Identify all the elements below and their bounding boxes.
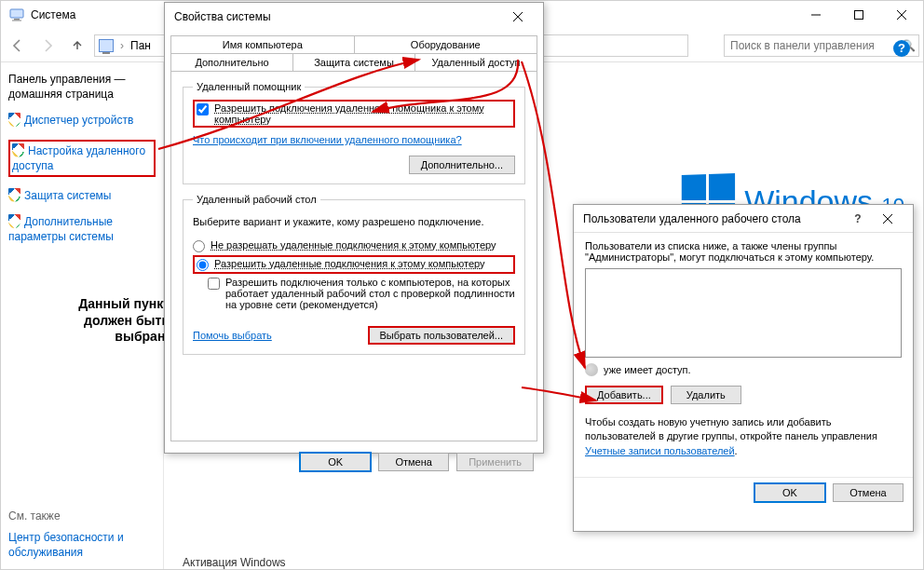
nav-back[interactable] bbox=[5, 33, 31, 59]
rdp-nla-check[interactable] bbox=[208, 278, 220, 290]
sidebar-item-advanced[interactable]: Дополнительные параметры системы bbox=[8, 214, 156, 244]
rdu-btns: Добавить... Удалить bbox=[585, 386, 902, 404]
search-input[interactable] bbox=[725, 39, 898, 52]
svg-rect-0 bbox=[10, 9, 23, 18]
rdp-legend: Удаленный рабочий стол bbox=[193, 194, 320, 205]
sysprop-apply[interactable]: Применить bbox=[456, 453, 534, 471]
breadcrumb-sep: › bbox=[120, 39, 124, 52]
sysprop-titlebar: Свойства системы bbox=[165, 3, 543, 31]
rdu-hint-row: Чтобы создать новую учетную запись или д… bbox=[585, 415, 902, 458]
maximize-button[interactable] bbox=[837, 1, 880, 29]
rdu-accounts-link[interactable]: Учетные записи пользователей bbox=[585, 445, 735, 456]
tab-remote[interactable]: Удаленный доступ bbox=[414, 53, 537, 71]
rdu-dlg-buttons: OK Отмена bbox=[574, 477, 913, 509]
search-box[interactable]: 🔍 bbox=[724, 34, 919, 57]
help-choose-link[interactable]: Помочь выбрать bbox=[193, 330, 272, 341]
sysprop-cancel[interactable]: Отмена bbox=[378, 453, 449, 471]
rdu-cancel[interactable]: Отмена bbox=[833, 483, 904, 502]
assist-allow-row[interactable]: Разрешить подключения удаленного помощни… bbox=[193, 100, 515, 128]
sidebar-item-sysprotect[interactable]: Защита системы bbox=[8, 188, 156, 203]
rdu-has-access: уже имеет доступ. bbox=[604, 364, 691, 375]
system-properties-dialog: Свойства системы Имя компьютера Оборудов… bbox=[164, 2, 544, 454]
close-button[interactable] bbox=[880, 1, 923, 29]
rdp-deny-label: Не разрешать удаленные подключения к это… bbox=[211, 239, 496, 251]
refresh-button[interactable] bbox=[692, 33, 718, 59]
rdp-prompt: Выберите вариант и укажите, кому разреше… bbox=[193, 216, 515, 227]
rdu-titlebar: Пользователи удаленного рабочего стола ? bbox=[574, 205, 913, 233]
annotation-note: Данный пункт должен быть выбран! bbox=[48, 296, 170, 346]
rdu-close[interactable] bbox=[872, 209, 904, 229]
rdp-deny-row[interactable]: Не разрешать удаленные подключения к это… bbox=[193, 237, 515, 255]
svg-rect-4 bbox=[855, 11, 863, 20]
svg-rect-1 bbox=[14, 19, 20, 20]
pc-icon bbox=[99, 39, 114, 52]
assist-what-link[interactable]: Что происходит при включении удаленного … bbox=[193, 134, 462, 145]
see-also-security[interactable]: Центр безопасности и обслуживания bbox=[8, 530, 156, 560]
rdu-has-access-row: уже имеет доступ. bbox=[585, 363, 902, 376]
activation-section: Активация Windows Активация Windows выпо… bbox=[183, 556, 904, 570]
user-icon bbox=[585, 363, 598, 376]
sysprop-close[interactable] bbox=[502, 7, 534, 27]
tab-advanced[interactable]: Дополнительно bbox=[170, 53, 293, 71]
sidebar-item-devmgr[interactable]: Диспетчер устройств bbox=[8, 113, 156, 128]
rdp-allow-radio[interactable] bbox=[197, 259, 209, 271]
assist-legend: Удаленный помощник bbox=[193, 81, 305, 92]
rdp-deny-radio[interactable] bbox=[193, 240, 205, 252]
rdu-remove-btn[interactable]: Удалить bbox=[671, 386, 741, 404]
rdp-allow-row[interactable]: Разрешить удаленные подключения к этому … bbox=[193, 255, 515, 274]
tabs-row-1: Имя компьютера Оборудование bbox=[165, 31, 543, 53]
rdu-body: Пользователи из списка ниже, а также чле… bbox=[574, 233, 913, 466]
nav-up[interactable] bbox=[64, 33, 90, 59]
rdp-allow-label: Разрешить удаленные подключения к этому … bbox=[214, 258, 485, 269]
remote-assist-group: Удаленный помощник Разрешить подключения… bbox=[183, 81, 525, 184]
remote-users-dialog: Пользователи удаленного рабочего стола ?… bbox=[573, 204, 914, 532]
sysprop-ok[interactable]: OK bbox=[300, 453, 371, 471]
sidebar-item-remote[interactable]: Настройка удаленного доступа bbox=[8, 140, 156, 177]
activation-header: Активация Windows bbox=[183, 556, 904, 569]
sidebar-home[interactable]: Панель управления — домашняя страница bbox=[8, 72, 156, 102]
see-also-header: См. также bbox=[8, 509, 156, 522]
system-icon bbox=[8, 7, 25, 23]
nav-forward[interactable] bbox=[34, 33, 61, 59]
rdu-ok[interactable]: OK bbox=[754, 483, 825, 502]
rdu-add-btn[interactable]: Добавить... bbox=[585, 386, 663, 404]
rdp-nla-row[interactable]: Разрешить подключения только с компьютер… bbox=[208, 274, 515, 313]
rdu-title: Пользователи удаленного рабочего стола bbox=[583, 212, 801, 225]
rdu-help[interactable]: ? bbox=[846, 209, 870, 229]
assist-allow-check[interactable] bbox=[197, 103, 209, 115]
sysprop-buttons: OK Отмена Применить bbox=[165, 447, 543, 479]
see-also: См. также Центр безопасности и обслужива… bbox=[8, 509, 156, 560]
tab-hardware[interactable]: Оборудование bbox=[354, 35, 538, 53]
rdu-hint: Чтобы создать новую учетную запись или д… bbox=[585, 416, 877, 441]
tab-body-remote: Удаленный помощник Разрешить подключения… bbox=[170, 71, 537, 441]
main-title: Система bbox=[31, 8, 75, 21]
assist-allow-label: Разрешить подключения удаленного помощни… bbox=[214, 102, 511, 125]
tab-protect[interactable]: Защита системы bbox=[292, 53, 415, 71]
svg-rect-2 bbox=[12, 20, 21, 21]
breadcrumb-text: Пан bbox=[130, 39, 151, 52]
tab-computer-name[interactable]: Имя компьютера bbox=[170, 35, 355, 53]
window-controls bbox=[795, 1, 923, 29]
tabs-row-2: Дополнительно Защита системы Удаленный д… bbox=[165, 53, 543, 71]
help-icon[interactable]: ? bbox=[893, 40, 910, 57]
rdu-listbox[interactable] bbox=[585, 268, 902, 358]
remote-desktop-group: Удаленный рабочий стол Выберите вариант … bbox=[183, 194, 525, 355]
sysprop-title: Свойства системы bbox=[174, 10, 271, 23]
rdp-nla-label: Разрешить подключения только с компьютер… bbox=[225, 277, 515, 310]
select-users-btn[interactable]: Выбрать пользователей... bbox=[368, 326, 516, 345]
assist-advanced-btn[interactable]: Дополнительно... bbox=[409, 156, 515, 174]
rdu-desc: Пользователи из списка ниже, а также чле… bbox=[585, 240, 902, 263]
minimize-button[interactable] bbox=[795, 1, 837, 29]
